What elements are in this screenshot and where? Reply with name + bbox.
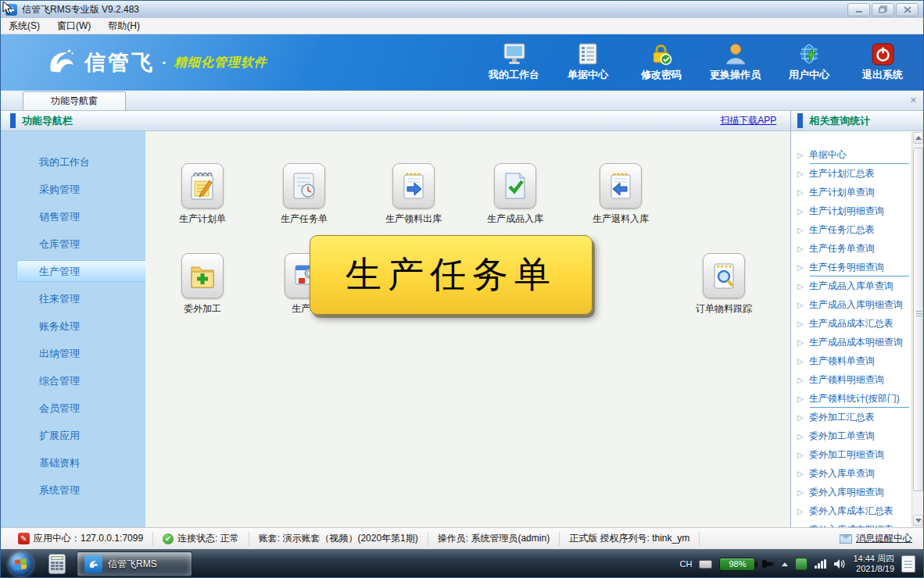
tab-function-navigator[interactable]: 功能导航窗 (23, 91, 126, 110)
icon-label: 生产计划单 (179, 213, 226, 224)
scroll-down-icon[interactable] (913, 515, 923, 526)
toolbar-item-workbench[interactable]: 我的工作台 (489, 43, 539, 82)
icon-material-return[interactable]: 生产退料入库 (578, 163, 664, 226)
account-text: 账套: 演示账套（视频）(2020年第1期) (259, 532, 418, 545)
tray-app-icon[interactable] (795, 558, 808, 570)
sidebar-item-system[interactable]: 系统管理 (16, 479, 145, 501)
menu-system[interactable]: 系统(S) (9, 20, 40, 33)
brand-tagline: 精细化管理软件 (174, 55, 267, 71)
download-app-link[interactable]: 扫描下载APP (720, 114, 776, 127)
sidebar-item-sales[interactable]: 销售管理 (16, 205, 145, 227)
toolbar-item-exit-system[interactable]: 退出系统 (858, 43, 908, 82)
icon-order-trace[interactable]: 订单物料跟踪 (681, 253, 767, 316)
query-list-item[interactable]: ▷生产任务汇总表 (791, 220, 911, 239)
taskbar-calculator-button[interactable] (44, 551, 70, 576)
query-list-item[interactable]: ▷生产成品入库单查询 (791, 277, 911, 295)
query-list-item[interactable]: ▷委外加工单查询 (791, 426, 911, 445)
message-center-link[interactable]: 消息提醒中心 (856, 532, 912, 545)
icon-production-task[interactable]: 生产任务单 (261, 163, 347, 226)
tooltip-production-task: 生产任务单 (310, 235, 593, 315)
query-list-item[interactable]: ▷委外入库单查询 (791, 464, 911, 483)
doc-magnifier-icon (709, 259, 739, 292)
query-list-item[interactable]: ▷委外加工汇总表 (791, 408, 911, 426)
query-item-label: 生产任务明细查询 (809, 261, 884, 274)
titlebar: 信管飞RMS专业版 V9.2.483 (1, 1, 923, 18)
query-list-item[interactable]: ▷生产领料明细查询 (791, 370, 911, 389)
toolbar-item-user-center[interactable]: 用户中心 (784, 43, 834, 82)
icon-label: 生产成品入库 (487, 213, 543, 224)
query-list-item[interactable]: ▷单据中心 (791, 145, 911, 164)
query-item-label: 生产计划汇总表 (809, 167, 875, 180)
icon-material-out[interactable]: 生产领料出库 (371, 163, 457, 226)
toolbar-item-change-password[interactable]: 修改密码 (636, 43, 686, 82)
restore-button[interactable] (872, 3, 894, 16)
sidebar-item-contacts[interactable]: 往来管理 (16, 287, 145, 309)
query-item-label: 生产任务单查询 (809, 242, 875, 255)
query-list-item[interactable]: ▷生产任务单查询 (791, 239, 911, 258)
close-button[interactable] (896, 3, 919, 16)
toolbar-item-document-center[interactable]: 单据中心 (563, 43, 613, 82)
sidebar-item-general[interactable]: 综合管理 (16, 369, 145, 391)
sidebar-item-production[interactable]: 生产管理 (16, 260, 145, 282)
notes-tray-icon[interactable] (901, 555, 915, 573)
network-signal-icon[interactable] (815, 559, 826, 569)
query-list-item[interactable]: ▷委外加工明细查询 (791, 445, 911, 464)
query-list-item[interactable]: ▷生产计划明细查询 (791, 202, 911, 220)
menu-help[interactable]: 帮助(H) (108, 20, 140, 33)
scroll-up-icon[interactable] (913, 132, 923, 144)
triangle-bullet-icon: ▷ (797, 263, 804, 272)
menu-window[interactable]: 窗口(W) (57, 20, 91, 33)
connection-text: 连接状态: 正常 (177, 532, 239, 545)
query-list-item[interactable]: ▷生产任务明细查询 (791, 258, 911, 277)
tabstrip-close-icon[interactable]: ✕ (910, 95, 917, 105)
sidebar-item-warehouse[interactable]: 仓库管理 (16, 233, 145, 255)
sidebar-item-cashier[interactable]: 出纳管理 (16, 342, 145, 364)
status-app-center: ✎ 应用中心：127.0.0.1:7099 (9, 532, 153, 546)
sidebar-item-workbench[interactable]: 我的工作台 (16, 151, 145, 173)
query-item-label: 委外加工明细查询 (809, 448, 884, 462)
query-list-item[interactable]: ▷生产领料统计(按部门) (791, 389, 911, 408)
app-window: 信管飞RMS专业版 V9.2.483 系统(S) 窗口(W) 帮助(H) 信管飞… (0, 0, 924, 578)
sidebar-item-extension[interactable]: 扩展应用 (16, 424, 145, 446)
keyboard-icon[interactable] (699, 560, 712, 569)
query-list-item[interactable]: ▷委外入库成本明细表 (791, 520, 911, 527)
query-list-item[interactable]: ▷委外入库明细查询 (791, 483, 911, 501)
toolbar-item-switch-operator[interactable]: 更换操作员 (710, 43, 761, 82)
scrollbar-thumb[interactable] (913, 148, 923, 491)
language-indicator[interactable]: CH (680, 559, 693, 569)
query-list-item[interactable]: ▷生产计划汇总表 (791, 164, 911, 183)
minimize-button[interactable] (847, 3, 870, 16)
icon-production-plan[interactable]: 生产计划单 (159, 163, 245, 226)
brand-logo-icon (45, 46, 77, 79)
tray-expand-icon[interactable] (782, 562, 788, 566)
sidebar-item-purchase[interactable]: 采购管理 (16, 178, 145, 200)
icon-outsourcing[interactable]: 委外加工 (159, 253, 245, 316)
tray-clock[interactable]: 14:44 周四 2021/8/19 (853, 554, 894, 574)
start-button[interactable] (9, 552, 33, 576)
triangle-bullet-icon: ▷ (797, 488, 804, 497)
query-list-item[interactable]: ▷生产计划单查询 (791, 183, 911, 202)
system-tray: CH 98% 14:44 周四 2021/8/19 (680, 554, 920, 574)
rms-logo-icon (84, 555, 102, 573)
query-item-label: 生产成品成本汇总表 (809, 317, 894, 330)
query-list-item[interactable]: ▷生产领料单查询 (791, 351, 911, 370)
sidebar-item-member[interactable]: 会员管理 (16, 397, 145, 419)
status-message-center[interactable]: 消息提醒中心 (840, 532, 915, 545)
power-icon (872, 43, 894, 66)
taskbar-app-button[interactable]: 信管飞RMS (77, 551, 192, 576)
tooltip-text: 生产任务单 (346, 251, 557, 299)
icon-product-in[interactable]: 生产成品入库 (472, 163, 558, 226)
power-plug-icon (762, 558, 775, 569)
query-item-label: 生产成品入库单查询 (809, 280, 894, 293)
query-list-item[interactable]: ▷生产成品成本明细查询 (791, 333, 911, 351)
triangle-bullet-icon: ▷ (797, 507, 804, 516)
scrollbar[interactable] (911, 132, 923, 526)
speaker-icon[interactable] (833, 558, 846, 569)
query-list-item[interactable]: ▷生产成品入库明细查询 (791, 295, 911, 314)
folder-plus-icon (188, 259, 217, 292)
query-list-item[interactable]: ▷委外入库成本汇总表 (791, 501, 911, 520)
battery-indicator[interactable]: 98% (719, 558, 755, 571)
sidebar-item-accounting[interactable]: 账务处理 (16, 315, 145, 337)
query-list-item[interactable]: ▷生产成品成本汇总表 (791, 314, 911, 333)
sidebar-item-basedata[interactable]: 基础资料 (16, 451, 145, 473)
